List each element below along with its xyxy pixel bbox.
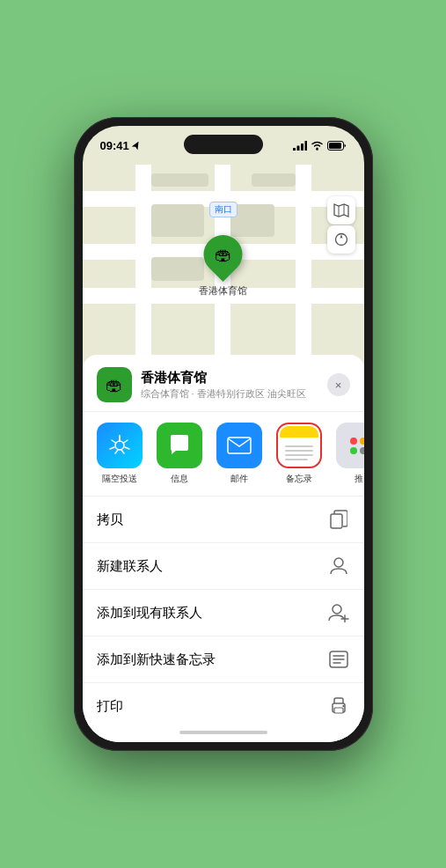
svg-point-21 xyxy=(342,705,344,707)
share-item-messages[interactable]: 信息 xyxy=(157,423,202,485)
action-print-label: 打印 xyxy=(97,698,123,715)
messages-label: 信息 xyxy=(171,473,188,485)
add-contact-icon xyxy=(327,601,350,624)
svg-point-4 xyxy=(316,148,318,151)
printer-symbol xyxy=(329,697,348,715)
action-new-contact-label: 新建联系人 xyxy=(97,558,163,575)
copy-symbol xyxy=(330,510,347,529)
location-status-icon xyxy=(132,141,141,150)
share-row: 隔空投送 信息 xyxy=(83,412,364,497)
signal-icon xyxy=(293,141,307,151)
action-copy[interactable]: 拷贝 xyxy=(83,497,364,543)
svg-point-12 xyxy=(333,605,341,614)
action-copy-label: 拷贝 xyxy=(97,511,123,528)
action-quick-note[interactable]: 添加到新快速备忘录 xyxy=(83,636,364,683)
quick-note-icon xyxy=(327,648,350,671)
mail-icon xyxy=(216,423,262,468)
action-quick-note-label: 添加到新快速备忘录 xyxy=(97,651,216,668)
svg-rect-9 xyxy=(228,438,251,453)
action-add-contact-label: 添加到现有联系人 xyxy=(97,605,202,622)
print-icon xyxy=(327,695,350,717)
status-icons xyxy=(293,141,347,151)
share-item-mail[interactable]: 邮件 xyxy=(216,423,262,485)
mail-symbol xyxy=(226,436,252,455)
notes-icon-container xyxy=(276,423,322,468)
compass-icon xyxy=(334,232,348,246)
svg-rect-3 xyxy=(304,141,307,151)
location-button[interactable] xyxy=(327,225,355,254)
airdrop-icon xyxy=(97,423,143,468)
mail-label: 邮件 xyxy=(230,473,248,485)
airdrop-symbol xyxy=(108,434,131,457)
action-print[interactable]: 打印 xyxy=(83,683,364,723)
svg-rect-0 xyxy=(293,148,296,151)
more-label: 推 xyxy=(355,473,363,485)
add-person-symbol xyxy=(328,603,349,622)
svg-point-8 xyxy=(115,441,124,450)
messages-icon xyxy=(157,423,202,468)
phone-screen: 09:41 xyxy=(83,126,364,742)
home-indicator xyxy=(83,723,364,742)
map-area[interactable]: 南口 xyxy=(83,165,364,355)
notes-icon xyxy=(280,426,318,465)
bottom-sheet: 🏟 香港体育馆 综合体育馆 · 香港特别行政区 油尖旺区 × xyxy=(83,355,364,742)
marker-label: 香港体育馆 xyxy=(199,284,247,298)
person-symbol xyxy=(329,556,348,576)
sheet-header: 🏟 香港体育馆 综合体育馆 · 香港特别行政区 油尖旺区 × xyxy=(83,355,364,412)
venue-info: 香港体育馆 综合体育馆 · 香港特别行政区 油尖旺区 xyxy=(141,370,327,401)
svg-rect-10 xyxy=(331,514,342,528)
action-list: 拷贝 新建联系人 xyxy=(83,497,364,723)
dynamic-island xyxy=(184,135,263,154)
svg-rect-20 xyxy=(334,708,343,713)
share-item-more[interactable]: 推 xyxy=(336,423,364,485)
svg-rect-2 xyxy=(301,143,303,151)
note-symbol xyxy=(329,651,348,668)
battery-icon xyxy=(327,141,347,151)
svg-rect-1 xyxy=(296,145,299,151)
svg-rect-6 xyxy=(329,143,341,149)
phone-frame: 09:41 xyxy=(74,117,373,751)
messages-symbol xyxy=(167,433,192,458)
status-time: 09:41 xyxy=(100,139,141,152)
close-button[interactable]: × xyxy=(327,373,350,396)
wifi-icon xyxy=(311,141,324,151)
airdrop-label: 隔空投送 xyxy=(102,473,137,485)
venue-icon: 🏟 xyxy=(97,367,132,402)
action-new-contact[interactable]: 新建联系人 xyxy=(83,543,364,590)
map-type-icon xyxy=(333,203,349,217)
home-bar xyxy=(179,731,267,734)
copy-icon xyxy=(327,508,350,531)
venue-name: 香港体育馆 xyxy=(141,370,327,386)
svg-point-11 xyxy=(334,558,343,567)
action-add-contact[interactable]: 添加到现有联系人 xyxy=(83,590,364,636)
more-apps-icon xyxy=(336,423,364,468)
notes-label: 备忘录 xyxy=(286,473,312,485)
location-marker: 🏟 香港体育馆 xyxy=(199,235,247,298)
share-item-notes[interactable]: 备忘录 xyxy=(276,423,322,485)
share-item-airdrop[interactable]: 隔空投送 xyxy=(97,423,143,485)
map-controls xyxy=(327,196,355,254)
map-type-button[interactable] xyxy=(327,196,355,224)
map-label: 南口 xyxy=(209,202,238,217)
new-contact-icon xyxy=(327,555,350,577)
venue-subtitle: 综合体育馆 · 香港特别行政区 油尖旺区 xyxy=(141,387,327,401)
